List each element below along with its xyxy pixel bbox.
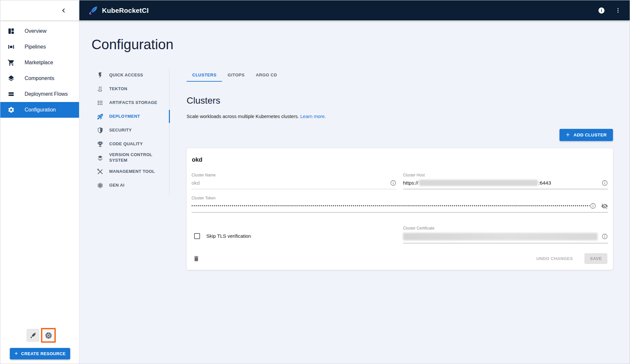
info-filled-icon [598,7,605,14]
dashboard-icon [8,28,15,35]
cluster-token-input[interactable]: ••••••••••••••••••••••••••••••••••••••••… [192,201,608,212]
more-menu-button[interactable] [615,7,621,13]
section-item-gen-ai[interactable]: GEN AI [97,178,169,192]
delete-cluster-button[interactable] [192,254,200,263]
skip-tls-label: Skip TLS verification [206,233,251,239]
section-item-management-tool[interactable]: MANAGEMENT TOOL [97,165,169,178]
top-bar: KubeRocketCI [0,0,630,20]
app-bar: KubeRocketCI [79,0,630,20]
vcs-layers-icon [97,154,104,161]
section-item-artifacts-storage[interactable]: ARTIFACTS STORAGE [97,96,169,110]
info-button[interactable] [598,7,605,14]
configuration-section-nav: QUICK ACCESS TEKTO [97,68,170,195]
section-item-deployment[interactable]: DEPLOYMENT [97,110,169,123]
cluster-token-label: Cluster Token [192,196,608,200]
tools-icon [97,168,104,175]
skip-tls-cell: Skip TLS verification [192,226,396,243]
section-item-label: MANAGEMENT TOOL [109,169,155,174]
cluster-certificate-input[interactable] [403,232,608,243]
section-item-label: CODE QUALITY [109,141,143,147]
lightning-icon [97,72,104,79]
info-outline-icon [390,180,396,186]
deployment-tab-content: CLUSTERS GITOPS ARGO CD Clusters Scale w… [187,68,630,270]
info-outline-icon [601,233,608,240]
cart-icon [8,59,15,66]
section-item-label: ARTIFACTS STORAGE [109,100,157,106]
plus-icon: + [566,131,570,138]
cluster-host-info-button[interactable] [601,180,608,186]
section-item-tekton[interactable]: TEKTON [97,82,169,96]
cluster-certificate-label: Cluster Certificate [403,226,608,231]
create-resource-label: CREATE RESOURCE [21,351,66,356]
sidebar-header [0,0,79,20]
section-item-label: DEPLOYMENT [109,114,140,119]
cluster-name-label: Cluster Name [192,173,396,177]
cluster-token-info-button[interactable] [590,203,596,209]
cluster-host-field: Cluster Host https:// :6443 [403,173,608,189]
kubernetes-icon [45,332,52,339]
section-item-version-control-system[interactable]: VERSION CONTROL SYSTEM [97,151,169,165]
trophy-icon [97,141,104,148]
sidebar-item-pipelines[interactable]: Pipelines [0,39,79,55]
storage-icon [97,99,104,106]
learn-more-link[interactable]: Learn more. [300,114,326,119]
sidebar-item-label: Overview [25,28,47,34]
cluster-name-info-button[interactable] [390,180,396,186]
toggle-token-visibility-button[interactable] [601,203,608,210]
info-outline-icon [590,203,596,209]
trash-icon [193,255,200,262]
skip-tls-checkbox[interactable] [194,233,200,239]
cluster-certificate-info-button[interactable] [601,233,608,240]
section-item-security[interactable]: SECURITY [97,123,169,137]
cluster-token-masked-value: ••••••••••••••••••••••••••••••••••••••••… [192,204,590,208]
sidebar-item-overview[interactable]: Overview [0,23,79,39]
kubernetes-theme-button[interactable] [41,328,56,343]
tab-gitops[interactable]: GITOPS [222,68,250,82]
redacted-cluster-certificate-value [403,233,598,240]
cluster-host-input[interactable]: https:// :6443 [403,178,608,189]
tab-argo-cd[interactable]: ARGO CD [250,68,283,82]
gear-icon [8,106,15,113]
sidebar-item-label: Deployment Flows [25,91,68,97]
sidebar-item-configuration[interactable]: Configuration [0,102,79,118]
cluster-name-value: okd [192,180,200,186]
clusters-description: Scale workloads across multiple Kubernet… [187,114,613,119]
sidebar-collapse-button[interactable] [59,6,68,15]
sidebar-item-deployment-flows[interactable]: Deployment Flows [0,86,79,102]
redacted-cluster-host-value [419,180,538,186]
section-item-label: VERSION CONTROL SYSTEM [109,152,167,163]
save-button[interactable]: SAVE [584,253,607,264]
tekton-cat-icon [97,86,104,92]
section-item-label: QUICK ACCESS [109,72,143,78]
clusters-description-text: Scale workloads across multiple Kubernet… [187,114,299,119]
tab-clusters[interactable]: CLUSTERS [187,68,222,82]
sidebar-nav: Overview Pipelines Marketplace Component… [0,20,79,118]
sidebar-item-components[interactable]: Components [0,71,79,86]
app-bar-actions [598,7,621,14]
app-window: KubeRocketCI [0,0,630,364]
add-cluster-button[interactable]: + ADD CLUSTER [559,129,613,141]
add-cluster-label: ADD CLUSTER [574,132,607,137]
section-item-quick-access[interactable]: QUICK ACCESS [97,68,169,82]
gen-ai-icon [97,182,104,189]
sidebar-item-label: Components [25,75,54,81]
cluster-card-okd: okd Cluster Name okd [187,148,613,270]
section-item-code-quality[interactable]: CODE QUALITY [97,137,169,151]
undo-changes-button[interactable]: UNDO CHANGES [534,256,575,261]
info-outline-icon [601,180,608,186]
layers-icon [8,75,15,82]
deployment-tabs: CLUSTERS GITOPS ARGO CD [187,68,613,82]
chevron-left-icon [60,7,67,14]
create-resource-button[interactable]: + CREATE RESOURCE [10,348,70,359]
feather-theme-button[interactable] [27,329,39,342]
cluster-host-prefix: https:// [403,180,418,186]
rocket-icon [97,113,104,120]
theme-toggle-group [27,328,56,343]
brand[interactable]: KubeRocketCI [88,5,149,16]
pipelines-icon [8,43,15,51]
eye-off-icon [601,203,608,210]
section-item-label: SECURITY [109,128,132,133]
sidebar-item-marketplace[interactable]: Marketplace [0,55,79,71]
rocket-feather-logo-icon [88,5,98,16]
cluster-certificate-field: Cluster Certificate [403,226,608,243]
